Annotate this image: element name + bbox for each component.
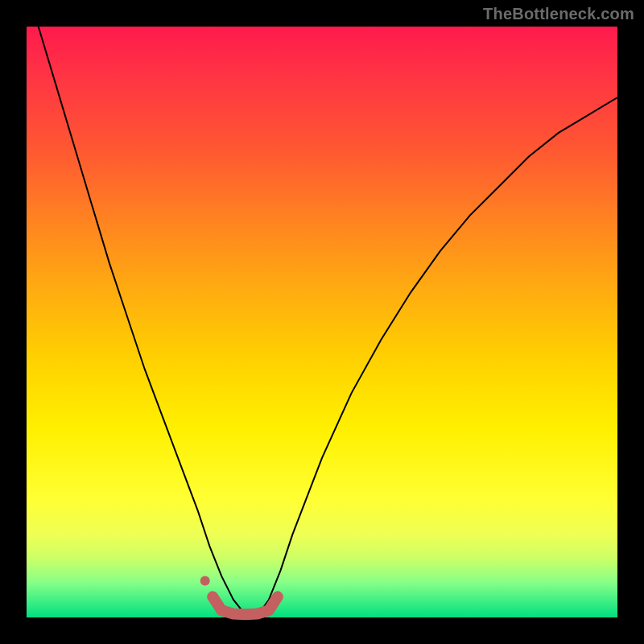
confidence-dot xyxy=(200,576,210,586)
curve-layer xyxy=(27,27,617,617)
confidence-band xyxy=(213,597,278,614)
chart-frame: TheBottleneck.com xyxy=(0,0,644,644)
watermark-label: TheBottleneck.com xyxy=(483,5,634,23)
bottleneck-curve xyxy=(39,27,617,617)
